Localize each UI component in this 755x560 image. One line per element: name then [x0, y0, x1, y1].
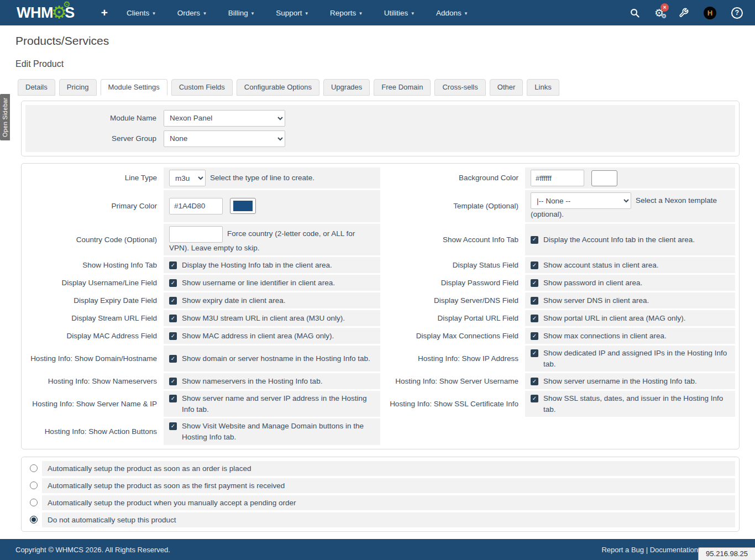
checkbox[interactable]: ✓ [531, 261, 538, 269]
checkbox[interactable]: ✓ [169, 395, 177, 402]
tab-links[interactable]: Links [527, 79, 559, 96]
navbar-right-icons: ⚙ ⚙ ✕ H ? [630, 7, 743, 19]
checkbox[interactable]: ✓ [531, 297, 538, 305]
color-swatch[interactable] [230, 198, 256, 214]
nav-item-utilities[interactable]: Utilities▾ [373, 0, 425, 25]
chevron-down-icon: ▾ [251, 11, 254, 16]
checkbox[interactable]: ✓ [531, 378, 538, 385]
module-select-panel: Module NameNexon PanelServer GroupNone [21, 101, 740, 156]
line-type-select[interactable]: m3u [169, 170, 206, 186]
nav-item-billing[interactable]: Billing▾ [217, 0, 265, 25]
setting-content: ✓Show Visit Website and Manage Domain bu… [164, 418, 380, 444]
radio-gutter [25, 478, 42, 493]
checkbox[interactable]: ✓ [169, 378, 177, 385]
checkbox[interactable]: ✓ [531, 349, 538, 357]
module-row-server-group: Server GroupNone [25, 128, 735, 149]
nav-item-label: Billing [228, 9, 248, 17]
checkbox-description: Show account status in client area. [543, 260, 730, 271]
checkbox[interactable]: ✓ [169, 422, 177, 430]
setting-label: Display Expiry Date Field [25, 292, 164, 308]
radio-button[interactable] [30, 516, 38, 524]
nav-item-reports[interactable]: Reports▾ [319, 0, 373, 25]
setting-label: Hosting Info: Show IP Address [380, 346, 525, 371]
setting-content: ✓Show expiry date in client area. [164, 292, 380, 308]
tab-cross-sells[interactable]: Cross-sells [434, 79, 485, 96]
footer-link-documentation[interactable]: Documentation [650, 546, 698, 554]
setting-content: ✓Show nameservers in the Hosting Info ta… [164, 373, 380, 389]
checkbox[interactable]: ✓ [531, 332, 538, 340]
setting-label [380, 418, 525, 444]
nav-item-label: Clients [127, 9, 149, 17]
setup-option-row: Automatically setup the product when you… [25, 495, 735, 510]
radio-button[interactable] [30, 464, 38, 472]
quick-add-plus-icon[interactable]: + [101, 6, 108, 19]
checkbox[interactable]: ✓ [169, 297, 177, 305]
nav-item-label: Addons [436, 9, 462, 17]
whmcs-logo[interactable]: WHM ⚙ ⚙ S [17, 4, 75, 22]
footer-link-report-a-bug[interactable]: Report a Bug [601, 546, 644, 554]
tab-other[interactable]: Other [490, 79, 523, 96]
module-select-block: Module NameNexon PanelServer GroupNone [25, 105, 735, 152]
nav-item-addons[interactable]: Addons▾ [425, 0, 478, 25]
radio-gutter [25, 512, 42, 527]
nav-item-label: Orders [177, 9, 200, 17]
setup-option-row: Do not automatically setup this product [25, 512, 735, 527]
tab-configurable-options[interactable]: Configurable Options [237, 79, 319, 96]
radio-gutter [25, 495, 42, 510]
tab-free-domain[interactable]: Free Domain [374, 79, 431, 96]
color-swatch[interactable] [591, 170, 617, 186]
setup-option-label: Automatically setup the product when you… [42, 495, 735, 510]
checkbox[interactable]: ✓ [531, 279, 538, 287]
setting-label: Background Color [380, 168, 525, 189]
module-name-select[interactable]: Nexon Panel [164, 110, 285, 127]
tab-upgrades[interactable]: Upgrades [323, 79, 370, 96]
setting-content: ✓Show max connections in client area. [525, 328, 735, 344]
checkbox[interactable]: ✓ [531, 395, 538, 402]
page-subtitle: Edit Product [15, 59, 755, 69]
checkbox[interactable]: ✓ [169, 279, 177, 287]
nav-item-clients[interactable]: Clients▾ [116, 0, 166, 25]
open-sidebar-toggle[interactable]: Open Sidebar [0, 94, 10, 140]
automation-status-gears-icon[interactable]: ⚙ ⚙ ✕ [654, 8, 664, 18]
checkbox-setting: ✓Show nameservers in the Hosting Info ta… [169, 376, 375, 387]
nav-item-orders[interactable]: Orders▾ [166, 0, 217, 25]
checkbox[interactable]: ✓ [531, 236, 538, 244]
nav-item-label: Reports [330, 9, 356, 17]
background-color-input[interactable] [531, 170, 584, 186]
radio-button[interactable] [30, 482, 38, 489]
checkbox-description: Show username or line identifier in clie… [182, 278, 375, 289]
checkbox[interactable]: ✓ [169, 315, 177, 322]
template-optional-select[interactable]: |-- None -- [531, 192, 631, 209]
checkbox-setting: ✓Show account status in client area. [531, 260, 730, 271]
search-icon[interactable] [630, 8, 639, 18]
checkbox-description: Display the Account Info tab in the clie… [543, 234, 730, 245]
tab-custom-fields[interactable]: Custom Fields [171, 79, 233, 96]
country-code-optional-input[interactable] [169, 226, 223, 243]
checkbox[interactable]: ✓ [169, 355, 177, 363]
footer-copyright: Copyright © WHMCS 2026. All Rights Reser… [15, 546, 170, 554]
tab-pricing[interactable]: Pricing [59, 79, 97, 96]
setting-content [525, 168, 735, 189]
nav-item-support[interactable]: Support▾ [265, 0, 319, 25]
module-settings-panel: Line Typem3uSelect the type of line to c… [21, 163, 740, 449]
footer-link-separator: | [644, 546, 650, 554]
tab-details[interactable]: Details [18, 79, 55, 96]
field-help-text: Select the type of line to create. [210, 174, 314, 182]
checkbox-description: Display the Hosting Info tab in the clie… [182, 260, 375, 271]
checkbox-setting: ✓Show username or line identifier in cli… [169, 278, 375, 289]
chevron-down-icon: ▾ [411, 11, 414, 16]
setup-option-row: Automatically setup the product as soon … [25, 461, 735, 476]
user-avatar[interactable]: H [704, 7, 716, 19]
tab-module-settings[interactable]: Module Settings [101, 79, 167, 96]
checkbox-setting: ✓Show password in client area. [531, 278, 730, 289]
help-icon[interactable]: ? [731, 7, 743, 19]
checkbox-description: Show MAC address in client area (MAG onl… [182, 331, 375, 342]
checkbox-description: Show M3U stream URL in client area (M3U … [182, 313, 375, 324]
primary-color-input[interactable] [169, 198, 223, 214]
system-wrench-icon[interactable] [679, 8, 689, 18]
radio-button[interactable] [30, 499, 38, 506]
server-group-select[interactable]: None [164, 130, 285, 147]
checkbox[interactable]: ✓ [169, 332, 177, 340]
checkbox[interactable]: ✓ [531, 315, 538, 322]
checkbox[interactable]: ✓ [169, 261, 177, 269]
